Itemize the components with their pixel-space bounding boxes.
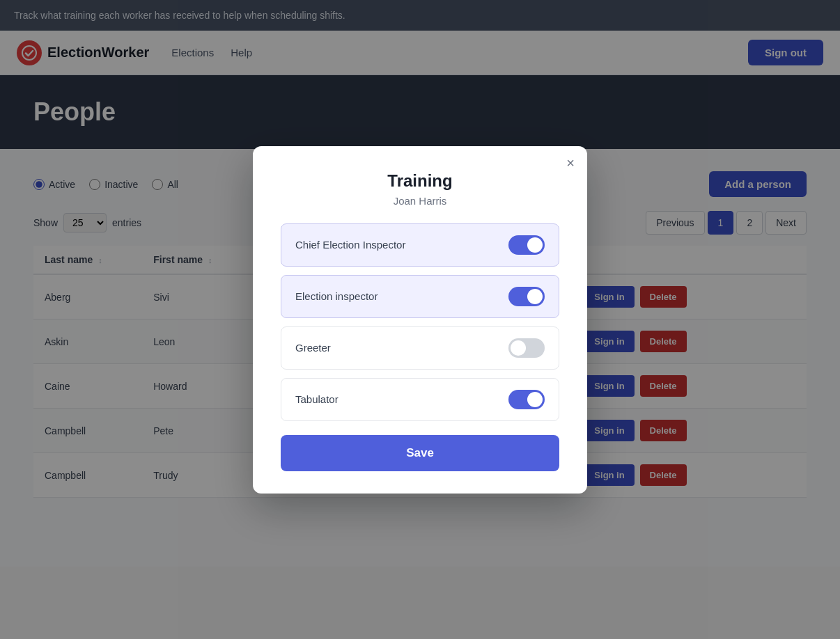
toggle-slider-3 — [508, 390, 545, 409]
modal-overlay[interactable]: × Training Joan Harris Chief Election In… — [0, 0, 840, 567]
training-modal: × Training Joan Harris Chief Election In… — [253, 146, 587, 494]
training-toggle-3[interactable] — [508, 390, 545, 409]
modal-close-button[interactable]: × — [566, 156, 575, 170]
training-label: Chief Election Inspector — [295, 239, 405, 251]
toggle-slider-1 — [508, 287, 545, 306]
training-items-container: Chief Election Inspector Election inspec… — [281, 223, 559, 421]
modal-subtitle: Joan Harris — [281, 195, 559, 207]
training-label: Greeter — [295, 342, 331, 354]
save-button[interactable]: Save — [281, 435, 559, 471]
training-toggle-2[interactable] — [508, 338, 545, 358]
training-item: Chief Election Inspector — [281, 223, 559, 267]
training-item: Election inspector — [281, 275, 559, 318]
training-toggle-0[interactable] — [508, 235, 545, 255]
training-item: Tabulator — [281, 378, 559, 421]
training-item: Greeter — [281, 326, 559, 370]
training-label: Tabulator — [295, 393, 339, 405]
toggle-slider-2 — [508, 338, 545, 358]
modal-title: Training — [281, 171, 559, 191]
training-toggle-1[interactable] — [508, 287, 545, 306]
training-label: Election inspector — [295, 290, 378, 302]
toggle-slider-0 — [508, 235, 545, 255]
